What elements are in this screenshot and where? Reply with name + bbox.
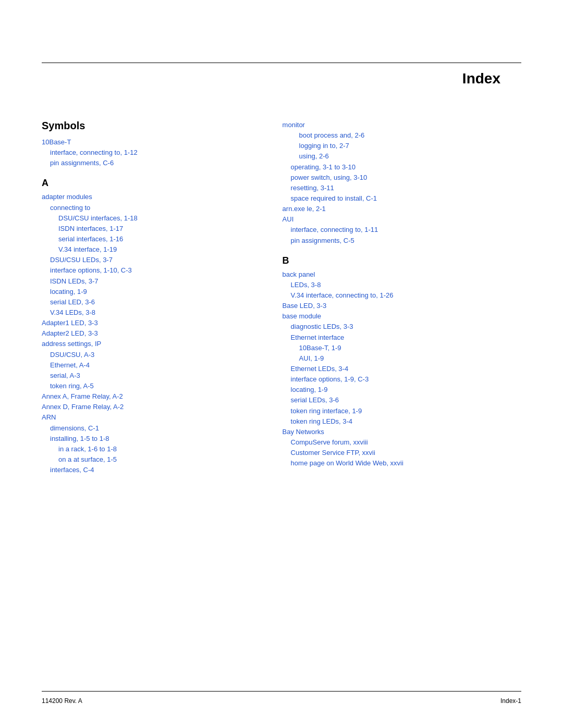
link-serial-leds[interactable]: serial LEDs, 3-6 — [283, 395, 521, 405]
link-boot-process[interactable]: boot process and, 2-6 — [283, 130, 521, 141]
footer-right: Index-1 — [500, 697, 521, 705]
top-rule — [42, 63, 521, 63]
link-token-ring-interface[interactable]: token ring interface, 1-9 — [283, 406, 521, 416]
link-adapter2-led[interactable]: Adapter2 LED, 3-3 — [42, 328, 262, 339]
link-dsu-csu-a3[interactable]: DSU/CSU, A-3 — [42, 350, 262, 360]
section-b: back panel LEDs, 3-8 V.34 interface, con… — [283, 269, 521, 469]
link-base-module[interactable]: base module — [283, 311, 521, 322]
link-v34-leds[interactable]: V.34 LEDs, 3-8 — [42, 307, 262, 318]
link-home-page[interactable]: home page on World Wide Web, xxvii — [283, 458, 521, 468]
link-arn[interactable]: ARN — [42, 412, 262, 423]
link-address-settings[interactable]: address settings, IP — [42, 339, 262, 349]
symbols-section: 10Base-T interface, connecting to, 1-12 … — [42, 137, 262, 168]
link-interface-options[interactable]: interface options, 1-10, C-3 — [42, 265, 262, 276]
link-interface-options-base[interactable]: interface options, 1-9, C-3 — [283, 374, 521, 385]
link-connecting-to[interactable]: connecting to — [42, 203, 262, 213]
symbols-heading: Symbols — [42, 120, 262, 132]
link-10base-t[interactable]: 10Base-T — [42, 137, 262, 147]
link-dsu-csu-leds[interactable]: DSU/CSU LEDs, 3-7 — [42, 255, 262, 265]
link-aui[interactable]: AUI — [283, 214, 521, 225]
footer-rule — [42, 691, 521, 692]
link-ethernet-a4[interactable]: Ethernet, A-4 — [42, 360, 262, 371]
link-diagnostic-leds[interactable]: diagnostic LEDs, 3-3 — [283, 322, 521, 332]
link-v34-back[interactable]: V.34 interface, connecting to, 1-26 — [283, 290, 521, 301]
link-in-a-rack[interactable]: in a rack, 1-6 to 1-8 — [42, 444, 262, 454]
link-compuserve[interactable]: CompuServe forum, xxviii — [283, 437, 521, 448]
link-space-required[interactable]: space required to install, C-1 — [283, 193, 521, 204]
link-locating-19[interactable]: locating, 1-9 — [42, 287, 262, 297]
link-back-panel[interactable]: back panel — [283, 269, 521, 280]
link-interfaces-c4[interactable]: interfaces, C-4 — [42, 465, 262, 475]
link-bay-networks[interactable]: Bay Networks — [283, 427, 521, 437]
link-logging-in[interactable]: logging in to, 2-7 — [283, 141, 521, 151]
link-serial-a3[interactable]: serial, A-3 — [42, 371, 262, 381]
link-aui-interface[interactable]: interface, connecting to, 1-11 — [283, 225, 521, 235]
link-using-26[interactable]: using, 2-6 — [283, 151, 521, 162]
link-token-ring-leds[interactable]: token ring LEDs, 3-4 — [283, 416, 521, 427]
link-aui-19[interactable]: AUI, 1-9 — [283, 353, 521, 364]
section-b-heading: B — [283, 255, 521, 266]
link-isdn-interfaces[interactable]: ISDN interfaces, 1-17 — [42, 224, 262, 234]
link-operating[interactable]: operating, 3-1 to 3-10 — [283, 162, 521, 172]
link-dimensions[interactable]: dimensions, C-1 — [42, 423, 262, 434]
link-ethernet-leds[interactable]: Ethernet LEDs, 3-4 — [283, 364, 521, 374]
link-isdn-leds[interactable]: ISDN LEDs, 3-7 — [42, 276, 262, 287]
link-10base-t-19[interactable]: 10Base-T, 1-9 — [283, 343, 521, 353]
link-ethernet-interface[interactable]: Ethernet interface — [283, 332, 521, 343]
content-area: Symbols 10Base-T interface, connecting t… — [42, 120, 521, 676]
link-pin-assignments-c6[interactable]: pin assignments, C-6 — [42, 158, 262, 168]
link-back-leds[interactable]: LEDs, 3-8 — [283, 280, 521, 290]
link-token-ring-a5[interactable]: token ring, A-5 — [42, 381, 262, 391]
link-installing[interactable]: installing, 1-5 to 1-8 — [42, 434, 262, 444]
link-annex-d[interactable]: Annex D, Frame Relay, A-2 — [42, 402, 262, 412]
link-serial-interfaces[interactable]: serial interfaces, 1-16 — [42, 234, 262, 244]
left-column: Symbols 10Base-T interface, connecting t… — [42, 120, 272, 676]
right-column: monitor boot process and, 2-6 logging in… — [272, 120, 521, 676]
link-dsu-csu-interfaces[interactable]: DSU/CSU interfaces, 1-18 — [42, 213, 262, 224]
link-on-a-flat-surface[interactable]: on a at surface, 1-5 — [42, 454, 262, 465]
link-monitor[interactable]: monitor — [283, 120, 521, 130]
footer: 114200 Rev. A Index-1 — [42, 697, 521, 705]
section-a-heading: A — [42, 178, 262, 189]
link-annex-a[interactable]: Annex A, Frame Relay, A-2 — [42, 391, 262, 402]
footer-left: 114200 Rev. A — [42, 697, 82, 705]
aui-group: AUI interface, connecting to, 1-11 pin a… — [283, 214, 521, 245]
page-title: Index — [462, 70, 500, 87]
link-power-switch[interactable]: power switch, using, 3-10 — [283, 172, 521, 183]
link-locating-base[interactable]: locating, 1-9 — [283, 385, 521, 395]
link-customer-service-ftp[interactable]: Customer Service FTP, xxvii — [283, 448, 521, 458]
link-adapter-modules[interactable]: adapter modules — [42, 192, 262, 202]
link-serial-led[interactable]: serial LED, 3-6 — [42, 297, 262, 307]
page: Index Symbols 10Base-T interface, connec… — [0, 0, 563, 728]
link-adapter1-led[interactable]: Adapter1 LED, 3-3 — [42, 318, 262, 328]
link-aui-pin[interactable]: pin assignments, C-5 — [283, 236, 521, 246]
section-a: adapter modules connecting to DSU/CSU in… — [42, 192, 262, 475]
link-base-led[interactable]: Base LED, 3-3 — [283, 301, 521, 311]
link-v34-interface-119[interactable]: V.34 interface, 1-19 — [42, 244, 262, 255]
monitor-group: monitor boot process and, 2-6 logging in… — [283, 120, 521, 214]
link-interface-connecting[interactable]: interface, connecting to, 1-12 — [42, 147, 262, 158]
link-resetting[interactable]: resetting, 3-11 — [283, 183, 521, 193]
link-arn-exe[interactable]: arn.exe le, 2-1 — [283, 204, 521, 214]
